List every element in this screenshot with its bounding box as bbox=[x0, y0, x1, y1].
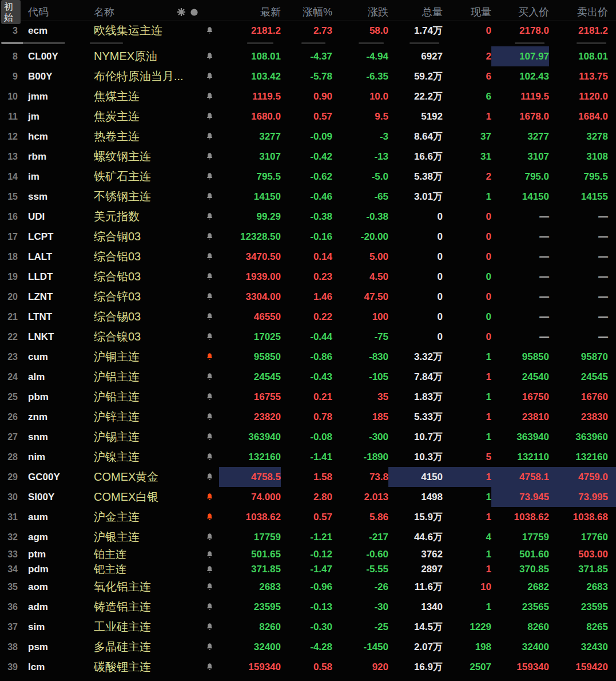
cell-bid: 132110 bbox=[491, 447, 549, 467]
cell-bid: 107.97 bbox=[491, 46, 549, 66]
alert-bell-icon[interactable] bbox=[200, 147, 219, 167]
cell-vol: 5192 bbox=[388, 106, 443, 126]
row-index: 35 bbox=[0, 577, 21, 597]
cell-latest: 1680.0 bbox=[219, 106, 281, 126]
alert-bell-icon[interactable] bbox=[200, 487, 219, 507]
cell-chg: -25 bbox=[332, 617, 388, 637]
alert-bell-icon[interactable] bbox=[200, 227, 219, 247]
cell-chg: -217 bbox=[332, 527, 388, 547]
table-row[interactable]: 17 LCPT 综合铜03 12328.50 -0.16 -20.00 0 0 … bbox=[0, 227, 616, 247]
instrument-code: im bbox=[21, 167, 82, 187]
alert-bell-icon[interactable] bbox=[200, 447, 219, 467]
table-row[interactable]: 14 im 铁矿石主连 795.5 -0.62 -5.0 5.38万 2 795… bbox=[0, 167, 616, 187]
cell-cur: 1 bbox=[443, 547, 491, 562]
table-row[interactable]: 23 cum 沪铜主连 95850 -0.86 -830 3.32万 1 958… bbox=[0, 347, 616, 367]
settings-burst-icon[interactable] bbox=[177, 7, 186, 17]
table-row[interactable]: 15 ssm 不锈钢主连 14150 -0.46 -65 3.01万 1 141… bbox=[0, 187, 616, 207]
table-row[interactable]: 13 rbm 螺纹钢主连 3107 -0.42 -13 16.6万 31 310… bbox=[0, 147, 616, 167]
table-row[interactable]: 10 jmm 焦煤主连 1119.5 0.90 10.0 22.2万 6 111… bbox=[0, 86, 616, 106]
alert-bell-icon[interactable] bbox=[200, 267, 219, 287]
table-row[interactable]: 35 aom 氧化铝主连 2683 -0.96 -26 11.6万 10 268… bbox=[0, 577, 616, 597]
table-row[interactable]: 20 LZNT 综合锌03 3304.00 1.46 47.50 0 0 — — bbox=[0, 287, 616, 307]
alert-bell-icon[interactable] bbox=[200, 46, 219, 66]
alert-bell-icon[interactable] bbox=[200, 637, 219, 657]
cell-bid: 2682 bbox=[491, 577, 549, 597]
alert-bell-icon[interactable] bbox=[200, 106, 219, 126]
table-row[interactable]: 28 nim 沪镍主连 132160 -1.41 -1890 10.3万 5 1… bbox=[0, 447, 616, 467]
circle-icon[interactable] bbox=[190, 8, 198, 17]
cell-pct: 1.58 bbox=[281, 467, 332, 487]
alert-bell-icon[interactable] bbox=[200, 21, 219, 41]
table-row[interactable]: 26 znm 沪锌主连 23820 0.78 185 5.33万 1 23810… bbox=[0, 407, 616, 427]
alert-bell-icon[interactable] bbox=[200, 407, 219, 427]
alert-bell-icon[interactable] bbox=[200, 597, 219, 617]
alert-bell-icon[interactable] bbox=[200, 367, 219, 387]
alert-bell-icon[interactable] bbox=[200, 207, 219, 227]
table-row[interactable]: 31 aum 沪金主连 1038.62 0.57 5.86 15.9万 1 10… bbox=[0, 507, 616, 527]
row-index: 3 bbox=[0, 21, 21, 41]
table-row[interactable]: 29 GC00Y COMEX黄金 4758.5 1.58 73.8 4150 1… bbox=[0, 467, 616, 487]
alert-bell-icon[interactable] bbox=[200, 562, 219, 577]
cell-ask: 2181.2 bbox=[549, 21, 616, 41]
table-row[interactable]: 9 B00Y 布伦特原油当月... 103.42 -5.78 -6.35 59.… bbox=[0, 66, 616, 86]
cell-latest: 46550 bbox=[219, 307, 281, 327]
table-row[interactable]: 3 ecm 欧线集运主连 2181.2 2.73 58.0 1.74万 0 21… bbox=[0, 21, 616, 41]
cell-bid: 370.85 bbox=[491, 562, 549, 577]
alert-bell-icon[interactable] bbox=[200, 527, 219, 547]
cell-ask: 4759.0 bbox=[549, 467, 616, 487]
table-row[interactable]: 27 snm 沪锡主连 363940 -0.08 -300 10.7万 1 36… bbox=[0, 427, 616, 447]
alert-bell-icon[interactable] bbox=[200, 467, 219, 487]
alert-bell-icon[interactable] bbox=[200, 307, 219, 327]
cell-vol: 10.7万 bbox=[388, 427, 443, 447]
cell-pct: -0.09 bbox=[281, 126, 332, 147]
cell-ask: 371.85 bbox=[549, 562, 616, 577]
row-index: 30 bbox=[0, 487, 21, 507]
table-row[interactable]: 8 CL00Y NYMEX原油 108.01 -4.37 -4.94 6927 … bbox=[0, 46, 616, 66]
alert-bell-icon[interactable] bbox=[200, 657, 219, 677]
row-index: 25 bbox=[0, 387, 21, 407]
alert-bell-icon[interactable] bbox=[200, 577, 219, 597]
instrument-name: 焦煤主连 bbox=[82, 86, 200, 106]
alert-bell-icon[interactable] bbox=[200, 66, 219, 86]
cell-chg: -3 bbox=[332, 126, 388, 147]
cell-vol: 3.32万 bbox=[388, 347, 443, 367]
table-row[interactable]: 39 lcm 碳酸锂主连 159340 0.58 920 16.9万 2507 … bbox=[0, 657, 616, 677]
instrument-code: znm bbox=[21, 407, 82, 427]
table-row[interactable]: 21 LTNT 综合锡03 46550 0.22 100 0 0 — — bbox=[0, 307, 616, 327]
table-row[interactable]: 24 alm 沪铝主连 24545 -0.43 -105 7.84万 1 245… bbox=[0, 367, 616, 387]
alert-bell-icon[interactable] bbox=[200, 617, 219, 637]
cell-pct: -0.42 bbox=[281, 147, 332, 167]
alert-bell-icon[interactable] bbox=[200, 167, 219, 187]
table-row[interactable]: 34 pdm 钯主连 371.85 -1.47 -5.55 2897 1 370… bbox=[0, 562, 616, 577]
alert-bell-icon[interactable] bbox=[200, 427, 219, 447]
alert-bell-icon[interactable] bbox=[200, 247, 219, 267]
table-row[interactable]: 36 adm 铸造铝主连 23595 -0.13 -30 1340 1 2356… bbox=[0, 597, 616, 617]
table-row[interactable]: 37 sim 工业硅主连 8260 -0.30 -25 14.5万 1229 8… bbox=[0, 617, 616, 637]
alert-bell-icon[interactable] bbox=[200, 287, 219, 307]
alert-bell-icon[interactable] bbox=[200, 86, 219, 106]
table-row[interactable]: 30 SI00Y COMEX白银 74.000 2.80 2.013 1498 … bbox=[0, 487, 616, 507]
alert-bell-icon[interactable] bbox=[200, 126, 219, 147]
table-row[interactable]: 12 hcm 热卷主连 3277 -0.09 -3 8.64万 37 3277 … bbox=[0, 126, 616, 147]
alert-bell-icon[interactable] bbox=[200, 187, 219, 207]
alert-bell-icon[interactable] bbox=[200, 547, 219, 562]
cell-ask: 73.995 bbox=[549, 487, 616, 507]
table-row[interactable]: 38 psm 多晶硅主连 32400 -4.28 -1450 2.07万 198… bbox=[0, 637, 616, 657]
table-row[interactable]: 32 agm 沪银主连 17759 -1.21 -217 44.6万 4 177… bbox=[0, 527, 616, 547]
row-index: 19 bbox=[0, 267, 21, 287]
alert-bell-icon[interactable] bbox=[200, 347, 219, 367]
alert-bell-icon[interactable] bbox=[200, 507, 219, 527]
table-row[interactable]: 16 UDI 美元指数 99.29 -0.38 -0.38 0 0 — — bbox=[0, 207, 616, 227]
table-row[interactable]: 18 LALT 综合铝03 3470.50 0.14 5.00 0 0 — — bbox=[0, 247, 616, 267]
row-index: 22 bbox=[0, 327, 21, 347]
table-row[interactable]: 25 pbm 沪铅主连 16755 0.21 35 1.83万 1 16750 … bbox=[0, 387, 616, 407]
table-row[interactable]: 19 LLDT 综合铅03 1939.00 0.23 4.50 0 0 — — bbox=[0, 267, 616, 287]
cell-cur: 1 bbox=[443, 467, 491, 487]
cell-bid: 363940 bbox=[491, 427, 549, 447]
table-row[interactable]: 22 LNKT 综合镍03 17025 -0.44 -75 0 0 — — bbox=[0, 327, 616, 347]
cell-vol: 44.6万 bbox=[388, 527, 443, 547]
alert-bell-icon[interactable] bbox=[200, 327, 219, 347]
table-row[interactable]: 33 ptm 铂主连 501.65 -0.12 -0.60 3762 1 501… bbox=[0, 547, 616, 562]
alert-bell-icon[interactable] bbox=[200, 387, 219, 407]
table-row[interactable]: 11 jm 焦炭主连 1680.0 0.57 9.5 5192 1 1678.0… bbox=[0, 106, 616, 126]
